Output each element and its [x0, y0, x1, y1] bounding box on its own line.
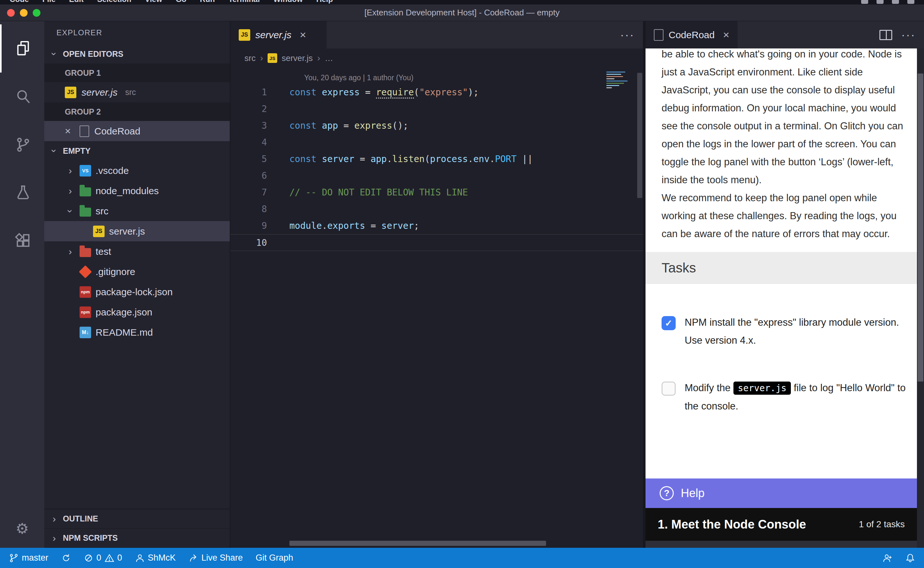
code-text: [267, 101, 289, 118]
code-text: const app = express();: [267, 118, 408, 134]
task-checkbox-unchecked[interactable]: [662, 382, 676, 396]
codelens-annotation[interactable]: You, 20 days ago | 1 author (You): [304, 74, 643, 82]
tree-item-node-modules[interactable]: ›node_modules: [44, 181, 230, 201]
open-editors-header[interactable]: › OPEN EDITORS: [44, 44, 230, 63]
tree-item-label: README.md: [96, 327, 153, 338]
code-text: [267, 234, 289, 251]
search-icon[interactable]: [0, 73, 44, 121]
notifications-status[interactable]: [905, 553, 915, 563]
breadcrumb-file[interactable]: server.js: [282, 53, 313, 63]
tree-item-package-json[interactable]: npmpackage.json: [44, 302, 230, 322]
editor-group-1-label: GROUP 1: [44, 63, 230, 82]
editor-tab-bar: JS server.js × ···: [231, 21, 643, 48]
lesson-title: 1. Meet the Node Console: [658, 518, 806, 532]
editor-actions-more-icon[interactable]: ···: [620, 28, 635, 42]
lesson-footer[interactable]: 1. Meet the Node Console 1 of 2 tasks: [645, 508, 917, 541]
split-editor-icon[interactable]: [879, 30, 892, 40]
npm-scripts-section[interactable]: › NPM SCRIPTS: [44, 529, 230, 548]
open-editor-coderoad[interactable]: × CodeRoad: [44, 121, 230, 141]
code-line-7[interactable]: 7// -- DO NOT EDIT BELOW THIS LINE: [231, 184, 643, 201]
tree-item-label: .gitignore: [96, 266, 135, 277]
titlebar: [Extension Development Host] - CodeRoad …: [0, 5, 924, 21]
code-line-9[interactable]: 9module.exports = server;: [231, 218, 643, 234]
menu-go[interactable]: Go: [176, 0, 186, 4]
code-text: [267, 134, 289, 151]
editor-vertical-scrollbar[interactable]: [636, 68, 643, 548]
code-line-5[interactable]: 5const server = app.listen(process.env.P…: [231, 151, 643, 168]
breadcrumb-more[interactable]: …: [325, 53, 333, 63]
breadcrumb-src[interactable]: src: [244, 53, 256, 63]
menu-terminal[interactable]: Terminal: [228, 0, 260, 4]
menubar-status-icons[interactable]: [861, 0, 914, 4]
workspace-header-empty[interactable]: › EMPTY: [44, 141, 230, 160]
minimap[interactable]: [606, 70, 633, 112]
menu-view[interactable]: View: [145, 0, 162, 4]
panel-tab-bar: CodeRoad × ···: [645, 21, 924, 48]
srcfolder-icon: [80, 208, 91, 217]
menu-help[interactable]: Help: [317, 0, 333, 4]
task-checkbox-checked[interactable]: ✓: [662, 316, 676, 330]
editor-group-2-label: GROUP 2: [44, 103, 230, 121]
live-share-invite-status[interactable]: [883, 553, 892, 563]
warning-icon: [105, 553, 114, 563]
chevron-right-icon: ›: [65, 165, 75, 176]
macos-menubar: CodeFileEditSelectionViewGoRunTerminalWi…: [0, 0, 924, 5]
code-text: // -- DO NOT EDIT BELOW THIS LINE: [267, 184, 468, 201]
menu-window[interactable]: Window: [273, 0, 303, 4]
code-editor[interactable]: You, 20 days ago | 1 author (You) 1const…: [231, 68, 643, 548]
extensions-icon[interactable]: [0, 217, 44, 265]
open-editor-server-js[interactable]: JS server.js src: [44, 82, 230, 103]
file-icon: [654, 29, 663, 41]
sync-status[interactable]: [61, 553, 71, 563]
menu-selection[interactable]: Selection: [97, 0, 131, 4]
panel-scrollbar[interactable]: [917, 48, 924, 548]
close-icon[interactable]: ×: [723, 29, 729, 41]
live-share-icon: [188, 553, 198, 563]
shmck-status[interactable]: ShMcK: [135, 553, 176, 563]
editor-horizontal-scrollbar[interactable]: [289, 541, 546, 546]
tree-item-label: test: [96, 246, 111, 257]
menu-run[interactable]: Run: [200, 0, 215, 4]
tab-server-js[interactable]: JS server.js ×: [231, 21, 327, 48]
tree-item-src[interactable]: ›src: [44, 201, 230, 221]
tree-item-readme-md[interactable]: M↓README.md: [44, 322, 230, 342]
menu-file[interactable]: File: [42, 0, 56, 4]
line-number: 1: [231, 84, 267, 101]
close-icon[interactable]: ×: [300, 29, 306, 41]
sync-icon: [61, 553, 71, 563]
settings-gear-icon[interactable]: ⚙: [15, 509, 29, 548]
panel-more-icon[interactable]: ···: [901, 28, 916, 42]
tree-item--vscode[interactable]: ›VS.vscode: [44, 160, 230, 181]
help-bar[interactable]: ? Help: [645, 479, 917, 508]
tree-item--gitignore[interactable]: .gitignore: [44, 261, 230, 282]
tree-item-test[interactable]: ›test: [44, 241, 230, 261]
explorer-icon[interactable]: [0, 24, 44, 73]
tree-item-server-js[interactable]: JSserver.js: [44, 221, 230, 241]
js-icon: JS: [268, 53, 277, 63]
task-label: Modify the server.js file to log "Hello …: [685, 379, 906, 415]
code-line-4[interactable]: 4: [231, 134, 643, 151]
code-line-6[interactable]: 6: [231, 168, 643, 184]
lesson-paragraph: We recommend to keep the log panel open …: [662, 189, 906, 243]
menu-edit[interactable]: Edit: [69, 0, 83, 4]
code-line-2[interactable]: 2: [231, 101, 643, 118]
problems-status[interactable]: 0 0: [84, 553, 122, 563]
git-icon: [79, 265, 92, 278]
code-line-3[interactable]: 3const app = express();: [231, 118, 643, 134]
code-line-10[interactable]: 10: [231, 234, 643, 251]
close-icon[interactable]: ×: [65, 125, 74, 137]
code-line-8[interactable]: 8: [231, 201, 643, 218]
git-branch-status[interactable]: master: [9, 553, 48, 563]
live-share-status[interactable]: Live Share: [188, 553, 243, 563]
line-number: 4: [231, 134, 267, 151]
menu-code[interactable]: Code: [10, 0, 29, 4]
outline-section[interactable]: › OUTLINE: [44, 509, 230, 529]
person-add-icon: [883, 553, 892, 563]
source-control-icon[interactable]: [0, 121, 44, 169]
git-graph-status[interactable]: Git Graph: [256, 553, 293, 563]
line-number: 10: [231, 234, 267, 251]
tab-coderoad[interactable]: CodeRoad ×: [645, 21, 738, 48]
tree-item-package-lock-json[interactable]: npmpackage-lock.json: [44, 282, 230, 302]
testing-beaker-icon[interactable]: [0, 169, 44, 217]
code-line-1[interactable]: 1const express = require("express");: [231, 84, 643, 101]
